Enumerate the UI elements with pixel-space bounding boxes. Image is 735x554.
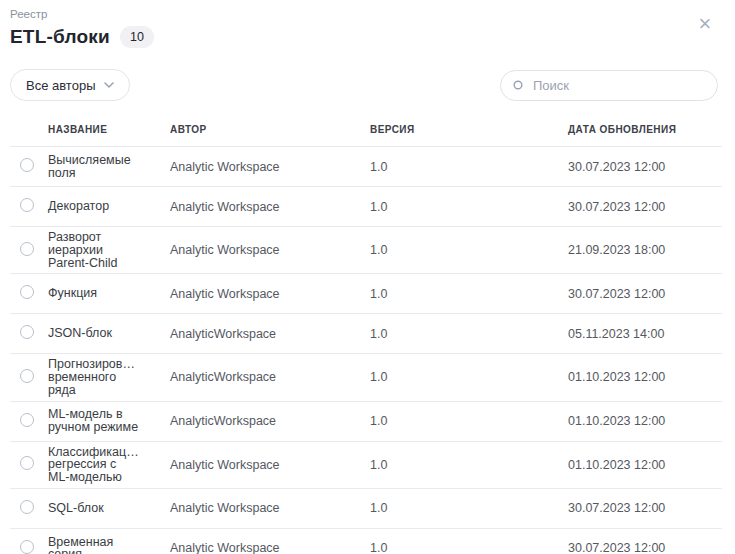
toolbar: Все авторы: [10, 69, 718, 101]
cell-author: Analytic Workspace: [170, 283, 370, 305]
cell-author: Analytic Workspace: [170, 537, 370, 554]
cell-version: 1.0: [370, 196, 568, 218]
cell-author: Analytic Workspace: [170, 156, 370, 178]
row-radio[interactable]: [20, 198, 34, 212]
cell-name: Классификац… регрессия с ML-моделью: [48, 442, 170, 488]
page-title: ETL-блоки: [10, 26, 110, 48]
cell-version: 1.0: [370, 497, 568, 519]
cell-name: JSON-блок: [48, 323, 170, 344]
cell-version: 1.0: [370, 537, 568, 554]
row-radio[interactable]: [20, 540, 34, 554]
cell-updated: 30.07.2023 12:00: [568, 156, 722, 178]
cell-name: Вычисляемые поля: [48, 150, 170, 184]
chevron-down-icon: [104, 82, 114, 88]
close-icon[interactable]: ×: [693, 12, 717, 36]
etl-blocks-table: НАЗВАНИЕ АВТОР ВЕРСИЯ ДАТА ОБНОВЛЕНИЯ Вы…: [10, 112, 722, 554]
cell-name: ML-модель в ручном режиме: [48, 404, 170, 438]
cell-version: 1.0: [370, 283, 568, 305]
cell-updated: 30.07.2023 12:00: [568, 196, 722, 218]
cell-author: AnalyticWorkspace: [170, 323, 370, 345]
table-row[interactable]: Прогнозиров… временного ряда AnalyticWor…: [10, 354, 722, 401]
cell-version: 1.0: [370, 410, 568, 432]
cell-author: Analytic Workspace: [170, 497, 370, 519]
cell-author: Analytic Workspace: [170, 196, 370, 218]
table-row[interactable]: Декоратор Analytic Workspace 1.0 30.07.2…: [10, 187, 722, 227]
table-body: Вычисляемые поля Analytic Workspace 1.0 …: [10, 147, 722, 554]
cell-name: SQL-блок: [48, 498, 170, 519]
cell-name: Функция: [48, 283, 170, 304]
search-input[interactable]: [533, 78, 705, 93]
table-row[interactable]: Классификац… регрессия с ML-моделью Anal…: [10, 442, 722, 489]
cell-updated: 30.07.2023 12:00: [568, 537, 722, 554]
table-row[interactable]: Временная серия Analytic Workspace 1.0 3…: [10, 529, 722, 554]
cell-author: Analytic Workspace: [170, 454, 370, 476]
column-header-author: АВТОР: [170, 124, 370, 135]
cell-version: 1.0: [370, 239, 568, 261]
cell-updated: 01.10.2023 12:00: [568, 454, 722, 476]
breadcrumb: Реестр: [10, 8, 47, 20]
cell-name: Прогнозиров… временного ряда: [48, 354, 170, 400]
cell-name: Декоратор: [48, 196, 170, 217]
column-header-version: ВЕРСИЯ: [370, 124, 568, 135]
table-row[interactable]: SQL-блок Analytic Workspace 1.0 30.07.20…: [10, 489, 722, 529]
cell-version: 1.0: [370, 366, 568, 388]
table-header: НАЗВАНИЕ АВТОР ВЕРСИЯ ДАТА ОБНОВЛЕНИЯ: [10, 112, 722, 147]
cell-version: 1.0: [370, 323, 568, 345]
column-header-name: НАЗВАНИЕ: [48, 124, 170, 135]
search-icon: [513, 80, 524, 91]
cell-updated: 30.07.2023 12:00: [568, 283, 722, 305]
table-row[interactable]: ML-модель в ручном режиме AnalyticWorksp…: [10, 402, 722, 442]
search-box: [500, 70, 718, 101]
cell-author: AnalyticWorkspace: [170, 366, 370, 388]
row-radio[interactable]: [20, 413, 34, 427]
column-header-updated: ДАТА ОБНОВЛЕНИЯ: [568, 124, 722, 135]
table-row[interactable]: Функция Analytic Workspace 1.0 30.07.202…: [10, 274, 722, 314]
row-radio[interactable]: [20, 500, 34, 514]
cell-updated: 05.11.2023 14:00: [568, 323, 722, 345]
cell-version: 1.0: [370, 454, 568, 476]
row-radio[interactable]: [20, 325, 34, 339]
row-radio[interactable]: [20, 369, 34, 383]
authors-filter-dropdown[interactable]: Все авторы: [10, 69, 130, 101]
cell-name: Разворот иерархии Parent-Child: [48, 227, 170, 273]
row-radio[interactable]: [20, 242, 34, 256]
title-row: ETL-блоки 10: [10, 26, 154, 48]
table-row[interactable]: JSON-блок AnalyticWorkspace 1.0 05.11.20…: [10, 314, 722, 354]
row-radio[interactable]: [20, 158, 34, 172]
cell-updated: 01.10.2023 12:00: [568, 410, 722, 432]
table-row[interactable]: Вычисляемые поля Analytic Workspace 1.0 …: [10, 147, 722, 187]
cell-name: Временная серия: [48, 532, 170, 554]
cell-version: 1.0: [370, 156, 568, 178]
cell-updated: 01.10.2023 12:00: [568, 366, 722, 388]
cell-updated: 21.09.2023 18:00: [568, 239, 722, 261]
cell-updated: 30.07.2023 12:00: [568, 497, 722, 519]
count-badge: 10: [120, 26, 154, 48]
table-row[interactable]: Разворот иерархии Parent-Child Analytic …: [10, 227, 722, 274]
row-radio[interactable]: [20, 456, 34, 470]
etl-blocks-registry-panel: Реестр ETL-блоки 10 × Все авторы НАЗВАНИ…: [0, 0, 735, 554]
cell-author: AnalyticWorkspace: [170, 410, 370, 432]
cell-author: Analytic Workspace: [170, 239, 370, 261]
row-radio[interactable]: [20, 285, 34, 299]
authors-filter-label: Все авторы: [26, 78, 95, 93]
